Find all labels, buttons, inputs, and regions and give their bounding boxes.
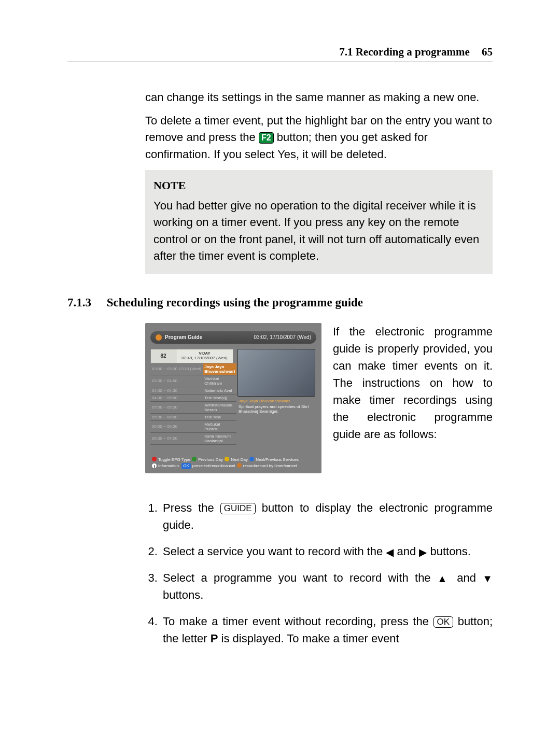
left-arrow-icon: ◀ <box>386 546 394 558</box>
epg-row: 04:00 ~ 04:30Nalamariz Aval <box>150 387 236 394</box>
epg-clock: 03:02, 17/10/2007 (Wed) <box>254 334 311 340</box>
epg-channel-label: VIJAY 02:49, 17/10/2007 (Wed) <box>176 349 233 363</box>
epg-row: 03:00 ~ 03:30 17/10 (Wed)Jaya Jaya Bhuva… <box>150 363 236 375</box>
epg-legend: Toggle EPG Type Previous Day Next Day Ne… <box>151 457 315 469</box>
f2-button-icon: F2 <box>259 132 274 144</box>
subsection-number: 7.1.3 <box>67 296 104 309</box>
epg-description: Jaya Jaya Bhuvaneshwari Spiritual prayer… <box>239 399 315 414</box>
red-dot-icon <box>152 457 157 461</box>
body-column: can change its settings in the same mann… <box>145 89 493 274</box>
subsection-heading: 7.1.3 Scheduling recordings using the pr… <box>67 296 493 309</box>
epg-channel-number: 82 <box>150 349 176 363</box>
epg-channel-header: 82 VIJAY 02:49, 17/10/2007 (Wed) <box>150 349 233 363</box>
option-yes: Yes <box>277 148 296 161</box>
step-item: Select a programme you want to record wi… <box>161 569 493 603</box>
steps-list: Press the GUIDE button to display the el… <box>145 499 493 647</box>
note-title: NOTE <box>153 177 484 194</box>
letter-p: P <box>211 632 218 645</box>
epg-row: 05:00 ~ 05:30Adhirstamaana Neram <box>150 401 236 413</box>
up-arrow-icon: ▲ <box>437 573 451 584</box>
epg-row: 05:30 ~ 06:00Tele Mall <box>150 413 236 420</box>
epg-row: 04:30 ~ 05:00Tele Mart(vj) <box>150 394 236 401</box>
epg-list-panel: 82 VIJAY 02:49, 17/10/2007 (Wed) 03:00 ~… <box>150 349 233 445</box>
ok-button-icon: OK <box>433 616 454 628</box>
info-dot-icon: i <box>152 463 157 468</box>
running-header: 7.1 Recording a programme 65 <box>67 46 493 62</box>
epg-table: 03:00 ~ 03:30 17/10 (Wed)Jaya Jaya Bhuva… <box>150 363 236 445</box>
paragraph: To delete a timer event, put the highlig… <box>145 112 493 163</box>
paragraph: can change its settings in the same mann… <box>145 89 493 106</box>
blue-dot-icon <box>249 457 254 461</box>
epg-row: 03:30 ~ 04:00Vazhkai Chithiram <box>150 375 236 387</box>
step-item: To make a timer event without recording,… <box>161 613 493 647</box>
epg-title: Program Guide <box>165 334 202 340</box>
page-number: 65 <box>482 46 493 58</box>
down-arrow-icon: ▼ <box>482 573 493 584</box>
epg-row: 06:30 ~ 07:00Kana Kaanum Kaalangal <box>150 432 236 444</box>
note-box: NOTE You had better give no operation to… <box>145 170 493 274</box>
epg-logo-icon <box>156 334 162 341</box>
right-arrow-icon: ▶ <box>419 546 427 558</box>
epg-row: 06:00 ~ 06:30Mettukal Pudusu <box>150 420 236 432</box>
subsection-title: Scheduling recordings using the programm… <box>107 296 363 309</box>
epg-titlebar: Program Guide 03:02, 17/10/2007 (Wed) <box>150 331 316 344</box>
note-body: You had better give no operation to the … <box>153 198 484 265</box>
yellow-dot-icon <box>225 457 229 461</box>
ok-badge-icon: OK <box>181 463 191 469</box>
epg-screenshot: Program Guide 03:02, 17/10/2007 (Wed) 82… <box>145 323 321 473</box>
step-item: Press the GUIDE button to display the el… <box>161 499 493 533</box>
section-title: 7.1 Recording a programme <box>339 46 470 58</box>
green-dot-icon <box>192 457 197 461</box>
step-item: Select a service you want to record with… <box>161 543 493 560</box>
figure-row: Program Guide 03:02, 17/10/2007 (Wed) 82… <box>145 323 493 478</box>
page: 7.1 Recording a programme 65 can change … <box>67 46 493 656</box>
epg-preview-thumb <box>237 349 315 397</box>
rec-dot-icon <box>237 463 242 468</box>
guide-button-icon: GUIDE <box>220 503 256 514</box>
